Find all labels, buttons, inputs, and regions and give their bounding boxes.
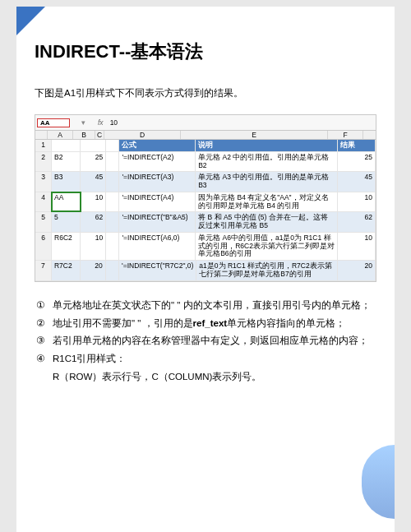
list-text: R1C1引用样式：: [53, 352, 376, 367]
fx-label: fx: [95, 118, 107, 127]
list-text: 单元格地址在英文状态下的" " 内的文本引用，直接引用引号内的单元格；: [53, 298, 376, 313]
list-item: ②地址引用不需要加" " ，引用的是ref_text单元格内容指向的单元格；: [36, 317, 376, 331]
cell-formula: '=INDIRECT(A6,0): [119, 233, 196, 260]
cell-c: [106, 172, 119, 192]
list-text: 若引用单元格的内容在名称管理器中有定义，则返回相应单元格的内容；: [53, 334, 376, 349]
cell-result: 10: [338, 192, 376, 212]
column-header-row: A B C D E F: [35, 131, 376, 140]
cell-b: 10: [81, 233, 106, 260]
th-formula: 公式: [119, 140, 196, 151]
cell-b: 62: [81, 212, 106, 232]
list-item: ④R1C1引用样式：: [36, 352, 376, 367]
cell-a: B3: [52, 172, 81, 192]
cell-b: 10: [81, 192, 106, 212]
col-header-b: B: [73, 131, 95, 139]
row-num: 5: [35, 212, 52, 232]
cell-c: [106, 152, 119, 172]
cell-a: 5: [52, 212, 81, 232]
name-box: AA: [37, 118, 70, 127]
cell-formula: '=INDIRECT("B"&A5): [119, 212, 196, 232]
row-num: 6: [35, 233, 52, 260]
corner-decoration-topleft: [16, 7, 45, 35]
document-page: INDIRECT--基本语法 下图是A1引用样式下不同表示方式得到的结果。 AA…: [16, 7, 395, 532]
list-marker: ①: [36, 298, 53, 313]
col-header-f: F: [328, 131, 363, 139]
row-num: 1: [35, 140, 52, 151]
table-header-row: 1 公式 说明 结果: [35, 140, 376, 152]
cell-desc: 因为单元格 B4 有定义名"AA"，对定义名的引用即是对单元格 B4 的引用: [196, 192, 338, 212]
cell-desc: 单元格 A3 中的引用值。引用的是单元格 B3: [196, 172, 338, 192]
table-body: 2B225'=INDIRECT(A2)单元格 A2 中的引用值。引用的是单元格 …: [35, 152, 376, 281]
cell-result: 45: [338, 172, 376, 192]
cell-c: [106, 233, 119, 260]
cell-a: AA: [52, 192, 81, 212]
page-title: INDIRECT--基本语法: [35, 39, 376, 64]
row-num: 3: [35, 172, 52, 192]
table-row: 6R6C210'=INDIRECT(A6,0)单元格 A6中的引用值，a1是0为…: [35, 233, 376, 261]
row-num: 4: [35, 192, 52, 212]
th-result: 结果: [338, 140, 376, 151]
corner-decoration-bottomright: [362, 445, 395, 519]
cell-formula: '=INDIRECT(A3): [119, 172, 196, 192]
notes-list: ①单元格地址在英文状态下的" " 内的文本引用，直接引用引号内的单元格；②地址引…: [35, 298, 376, 385]
cell-desc: 单元格 A2 中的引用值。引用的是单元格 B2: [196, 152, 338, 172]
cell-b: 45: [81, 172, 106, 192]
cell-formula: '=INDIRECT(A2): [119, 152, 196, 172]
cell-c: [106, 212, 119, 232]
cell-b: 25: [81, 152, 106, 172]
cell-formula: '=INDIRECT(A4): [119, 192, 196, 212]
table-row: 5562'=INDIRECT("B"&A5)将 B 和 A5 中的值 (5) 合…: [35, 212, 376, 233]
corner-cell: [35, 131, 48, 139]
col-header-a: A: [48, 131, 73, 139]
list-item: ③若引用单元格的内容在名称管理器中有定义，则返回相应单元格的内容；: [36, 334, 376, 349]
row-num: 7: [35, 261, 52, 280]
cell-desc: 将 B 和 A5 中的值 (5) 合并在一起。这将反过来引用单元格 B5: [196, 212, 338, 232]
cell-a: R6C2: [52, 233, 81, 260]
cell-b: 20: [81, 261, 106, 280]
col-header-e: E: [181, 131, 328, 139]
cell: [52, 140, 81, 151]
page-subtitle: 下图是A1引用样式下不同表示方式得到的结果。: [35, 87, 376, 99]
table-row: 4AA10'=INDIRECT(A4)因为单元格 B4 有定义名"AA"，对定义…: [35, 192, 376, 213]
cell: [106, 140, 119, 151]
list-item: ①单元格地址在英文状态下的" " 内的文本引用，直接引用引号内的单元格；: [36, 298, 376, 313]
list-marker: ②: [36, 317, 53, 331]
table-row: 7R7C220'=INDIRECT("R7C2",0)a1是0为 R1C1 样式…: [35, 261, 376, 281]
cell-result: 62: [338, 212, 376, 232]
fx-value: 10: [107, 118, 121, 127]
formula-bar-row: AA ▾ fx 10: [35, 115, 376, 131]
col-header-d: D: [104, 131, 181, 139]
cell-a: B2: [52, 152, 81, 172]
row-num: 2: [35, 152, 52, 172]
list-text: 地址引用不需要加" " ，引用的是ref_text单元格内容指向的单元格；: [53, 317, 376, 331]
cell-result: 10: [338, 233, 376, 260]
list-marker: ④: [36, 352, 53, 367]
table-row: 3B345'=INDIRECT(A3)单元格 A3 中的引用值。引用的是单元格 …: [35, 172, 376, 192]
cell: [81, 140, 106, 151]
cell-c: [106, 261, 119, 280]
cell-c: [106, 192, 119, 212]
cell-a: R7C2: [52, 261, 81, 280]
col-header-c: C: [95, 131, 104, 139]
excel-screenshot: AA ▾ fx 10 A B C D E F 1 公式 说明 结果 2B225'…: [35, 114, 376, 282]
cell-result: 20: [338, 261, 376, 280]
list-marker: ③: [36, 334, 53, 349]
th-desc: 说明: [196, 140, 338, 151]
name-box-dropdown: ▾: [72, 118, 95, 127]
cell-desc: 单元格 A6中的引用值，a1是0为 R1C1 样式的引用，R6C2表示第六行第二…: [196, 233, 338, 260]
cell-desc: a1是0为 R1C1 样式的引用，R7C2表示第七行第二列即是对单元格B7的引用: [196, 261, 338, 280]
cell-result: 25: [338, 152, 376, 172]
note-4-line2: R（ROW）表示行号，C（COLUMN)表示列号。: [53, 370, 376, 385]
table-row: 2B225'=INDIRECT(A2)单元格 A2 中的引用值。引用的是单元格 …: [35, 152, 376, 173]
cell-formula: '=INDIRECT("R7C2",0): [119, 261, 196, 280]
